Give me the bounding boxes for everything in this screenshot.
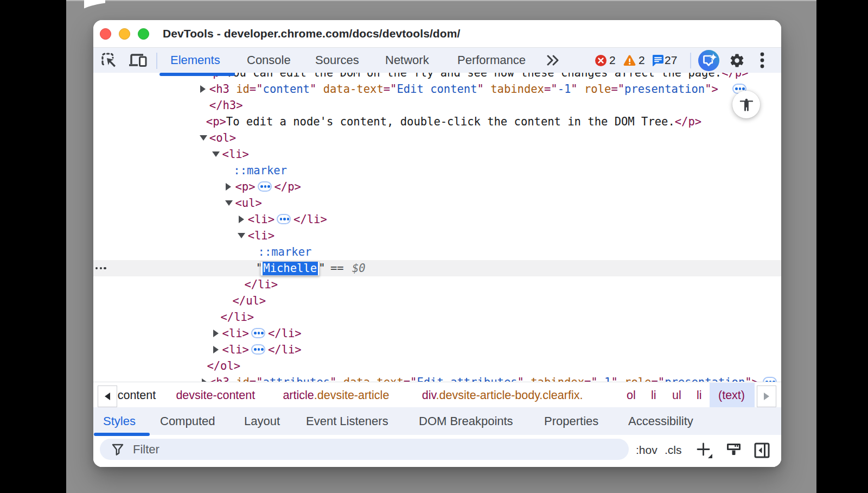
toggle-element-state-button[interactable]: :hov xyxy=(636,435,658,464)
dom-tree-row[interactable]: <p></p> xyxy=(93,179,781,195)
breadcrumb-item[interactable]: div.devsite-article-body.clearfix. xyxy=(422,383,583,408)
close-window-button[interactable] xyxy=(100,28,111,40)
scroll-left-icon xyxy=(105,393,110,400)
expander-expanded-icon[interactable] xyxy=(225,200,233,206)
ellipsis-adorner-icon[interactable] xyxy=(763,377,777,382)
token-attr: data-text xyxy=(323,83,384,96)
dom-tree-row[interactable]: </li> xyxy=(93,276,781,293)
token-tag: </h3> xyxy=(209,99,243,112)
expander-collapsed-icon[interactable] xyxy=(213,330,219,337)
row-more-actions-icon[interactable] xyxy=(95,260,106,276)
settings-gear-icon[interactable] xyxy=(729,48,745,73)
dom-tree-row[interactable]: <li></li> xyxy=(93,342,781,358)
inline-text-editor[interactable]: Michelle xyxy=(260,261,320,276)
breadcrumb-item[interactable]: devsite-content xyxy=(176,383,255,408)
token-tag: <li> xyxy=(222,343,249,356)
expander-collapsed-icon[interactable] xyxy=(239,216,244,223)
dom-tree-row[interactable]: ::marker xyxy=(93,162,781,179)
error-count-icon[interactable] xyxy=(595,48,607,73)
more-tabs-icon[interactable] xyxy=(544,48,563,73)
toggle-sidebar-panel-icon[interactable] xyxy=(754,436,770,465)
breadcrumb-segment-tag: li xyxy=(697,389,702,402)
breadcrumb-item[interactable]: li xyxy=(651,383,656,408)
expander-collapsed-icon[interactable] xyxy=(226,183,231,191)
expander-expanded-icon[interactable] xyxy=(200,135,207,141)
dom-node-text: <p>You can edit the DOM on the fly and s… xyxy=(206,73,749,81)
breadcrumb-item[interactable]: article.devsite-article xyxy=(283,383,389,408)
text-node-close-quote: " xyxy=(318,260,325,276)
breadcrumb-item[interactable]: li xyxy=(697,383,702,408)
element-classes-button[interactable]: .cls xyxy=(665,435,682,464)
warning-count-icon[interactable] xyxy=(623,48,636,73)
tab-elements[interactable]: Elements xyxy=(170,48,220,73)
sidebar-tab-dom-breakpoints[interactable]: DOM Breakpoints xyxy=(419,407,513,435)
dom-tree-row[interactable]: <h3 id="content" data-text="Edit content… xyxy=(93,81,781,97)
dom-tree-row[interactable]: "Michelle"==$0 xyxy=(93,260,781,276)
title-bar: DevTools - developer.chrome.com/docs/dev… xyxy=(93,20,781,48)
breadcrumb-segment-plain: content xyxy=(118,389,156,402)
dom-tree-row[interactable]: <li> xyxy=(93,146,781,162)
dom-node-text: <h3 id="content" data-text="Edit content… xyxy=(209,81,749,97)
more-options-kebab-icon[interactable] xyxy=(756,48,768,73)
expander-collapsed-icon[interactable] xyxy=(213,346,219,353)
dom-tree-row[interactable]: ::marker xyxy=(93,244,781,260)
dom-tree-row[interactable]: <h3 id="attributes" data-text="Edit attr… xyxy=(93,374,781,382)
ai-assistant-icon[interactable] xyxy=(698,48,719,73)
dom-tree-row[interactable]: <li> xyxy=(93,227,781,244)
tab-sources[interactable]: Sources xyxy=(315,48,359,73)
breadcrumb-item[interactable]: content xyxy=(118,383,156,408)
sidebar-tab-accessibility[interactable]: Accessibility xyxy=(628,407,693,435)
breadcrumb-segment-tag: ul xyxy=(672,389,681,402)
new-style-rule-button[interactable] xyxy=(697,436,713,465)
sidebar-tab-properties[interactable]: Properties xyxy=(544,407,598,435)
breadcrumb-segment-class: .devsite-article xyxy=(314,389,390,402)
main-toolbar: ElementsConsoleSourcesNetworkPerformance… xyxy=(93,48,781,73)
zoom-window-button[interactable] xyxy=(138,28,149,40)
messages-icon[interactable] xyxy=(651,48,664,73)
tab-performance[interactable]: Performance xyxy=(457,48,526,73)
sidebar-tab-computed[interactable]: Computed xyxy=(160,407,215,435)
breadcrumb-item[interactable]: ul xyxy=(672,383,681,408)
breadcrumb-segment-tag: article xyxy=(283,389,314,402)
sidebar-tab-event-listeners[interactable]: Event Listeners xyxy=(306,407,388,435)
breadcrumb-segment-tag: div xyxy=(422,389,436,402)
expander-collapsed-icon[interactable] xyxy=(200,85,206,93)
ellipsis-adorner-icon[interactable] xyxy=(258,181,272,192)
ellipsis-adorner-icon[interactable] xyxy=(251,328,265,338)
sidebar-tab-styles[interactable]: Styles xyxy=(103,407,136,435)
token-tag: <h3 xyxy=(209,376,236,382)
dom-tree-row[interactable]: </li> xyxy=(93,309,781,325)
rendering-emulation-brush-icon[interactable] xyxy=(726,436,742,465)
breadcrumb-item[interactable]: ol xyxy=(627,383,636,408)
expander-expanded-icon[interactable] xyxy=(238,233,245,238)
dom-tree-row[interactable]: <ul> xyxy=(93,195,781,211)
dom-tree-row[interactable]: <ol> xyxy=(93,130,781,146)
tab-network[interactable]: Network xyxy=(385,48,429,73)
device-toolbar-icon[interactable] xyxy=(127,48,149,73)
breadcrumb-segment-tag: ol xyxy=(627,389,636,402)
breadcrumb-item[interactable]: (text) xyxy=(718,383,745,408)
dom-node-text: </h3> xyxy=(209,97,243,113)
inspect-element-icon[interactable] xyxy=(99,48,119,73)
dom-tree-row[interactable]: </ul> xyxy=(93,293,781,309)
token-tag: </p> xyxy=(675,115,701,128)
dom-tree-row[interactable]: <li></li> xyxy=(93,325,781,342)
dom-tree-row[interactable]: </h3> xyxy=(93,97,781,113)
filter-input[interactable]: Filter xyxy=(100,439,629,460)
token-val: content xyxy=(263,83,310,96)
expander-expanded-icon[interactable] xyxy=(212,151,220,157)
window-title: DevTools - developer.chrome.com/docs/dev… xyxy=(163,20,460,47)
tab-console[interactable]: Console xyxy=(247,48,291,73)
token-tag: </ol> xyxy=(207,359,240,372)
ellipsis-adorner-icon[interactable] xyxy=(277,214,291,224)
dom-tree-row[interactable]: <p>To edit a node's content, double-clic… xyxy=(93,113,781,130)
dom-tree-row[interactable]: </ol> xyxy=(93,358,781,374)
accessibility-fab[interactable] xyxy=(732,91,760,118)
dom-tree-row[interactable]: <li></li> xyxy=(93,211,781,227)
breadcrumb-scroll-left-button[interactable] xyxy=(98,385,117,407)
minimize-window-button[interactable] xyxy=(119,28,130,40)
breadcrumb-scroll-right-button[interactable] xyxy=(757,385,776,407)
sidebar-tab-layout[interactable]: Layout xyxy=(244,407,280,435)
token-val: presentation xyxy=(665,376,745,382)
ellipsis-adorner-icon[interactable] xyxy=(251,344,265,355)
